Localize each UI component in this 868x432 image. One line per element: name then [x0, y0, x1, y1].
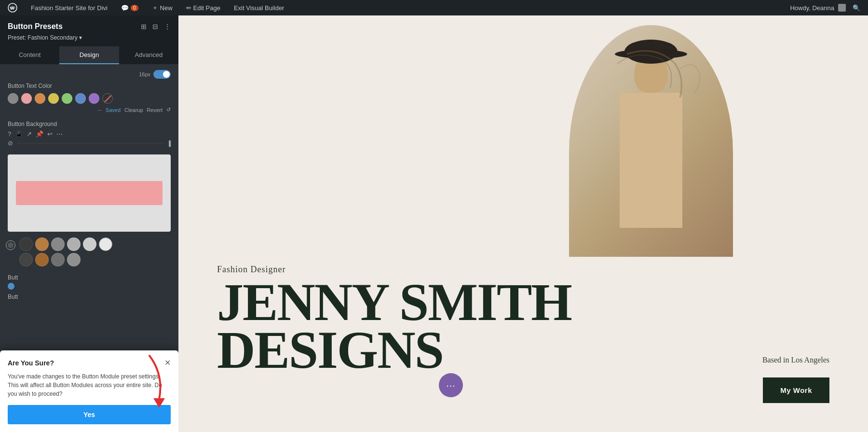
butt-row — [8, 283, 171, 290]
button-text-color-label: Button Text Color — [8, 83, 171, 89]
confirm-message: You've made changes to the Button Module… — [8, 372, 171, 398]
hair-svg — [598, 40, 704, 136]
right-content: Fashion Designer JENNY SMITH DESIGNS Bas… — [178, 15, 868, 432]
swatch-green[interactable] — [62, 93, 72, 104]
butt-label-1: Butt — [8, 274, 171, 281]
svg-text:W: W — [10, 6, 14, 11]
swatch-section-2 — [8, 237, 171, 266]
comments-item[interactable]: 💬 0 — [118, 0, 141, 15]
based-text: Based in Los Angeles — [762, 356, 829, 364]
button-labels-partial: Butt Butt — [8, 274, 171, 300]
confirm-dialog: Are You Sure? ✕ You've made changes to t… — [0, 350, 178, 432]
exit-builder-item[interactable]: Exit Visual Builder — [231, 0, 287, 15]
more-bg-icon[interactable]: ⋯ — [56, 130, 63, 138]
undo-icon[interactable]: ↩ — [47, 130, 53, 138]
edit-page-label: Edit Page — [193, 4, 220, 12]
mobile-icon[interactable]: 📱 — [15, 130, 23, 138]
main-layout: Button Presets ⊞ ⊟ ⋮ Preset: Fashion Sec… — [0, 15, 868, 432]
tab-content[interactable]: Content — [0, 46, 59, 64]
comment-icon: 💬 — [121, 4, 129, 12]
swatch-blue[interactable] — [75, 93, 86, 104]
confirm-yes-btn[interactable]: Yes — [8, 405, 171, 424]
admin-bar: W Fashion Starter Site for Divi 💬 0 ＋ Ne… — [0, 0, 868, 15]
bg-controls: ? 📱 ↗ 📌 ↩ ⋯ — [8, 130, 171, 138]
swatch-lighter1[interactable] — [83, 237, 96, 251]
history-reset-icon[interactable]: ↺ — [166, 107, 171, 113]
link-icon[interactable]: ↗ — [27, 130, 32, 138]
preset-subtitle[interactable]: Preset: Fashion Secondary ▾ — [8, 34, 82, 41]
toggle-pill[interactable] — [153, 70, 171, 79]
swatch-orange[interactable] — [35, 93, 45, 104]
preview-inner — [16, 181, 163, 205]
swatch-purple[interactable] — [89, 93, 99, 104]
panel-header-icons: ⊞ ⊟ ⋮ — [141, 23, 171, 30]
button-background-section: Button Background ? 📱 ↗ 📌 ↩ ⋯ ⊘ ▐ — [8, 121, 171, 147]
hero-name-line2: DESIGNS — [217, 326, 571, 374]
swatch-dark1[interactable] — [19, 237, 33, 251]
history-row: ··· Saved Clearup Revert ↺ — [8, 107, 171, 113]
tab-advanced[interactable]: Advanced — [119, 46, 178, 64]
transparent-row: ⊘ ▐ — [8, 139, 171, 147]
swatch-brown2[interactable] — [35, 253, 49, 266]
panel-header: Button Presets ⊞ ⊟ ⋮ Preset: Fashion Sec… — [0, 15, 178, 46]
more-options-icon[interactable]: ⋮ — [164, 23, 171, 30]
hero-text: Fashion Designer JENNY SMITH DESIGNS — [217, 265, 571, 374]
my-work-btn[interactable]: My Work — [763, 377, 829, 403]
comment-count: 0 — [131, 5, 138, 11]
butt-dot — [8, 283, 14, 290]
swatch-light1[interactable] — [67, 237, 81, 251]
confirm-title: Are You Sure? — [8, 359, 54, 367]
transparent-icon: ⊘ — [8, 139, 13, 147]
confirm-close-btn[interactable]: ✕ — [164, 358, 171, 367]
site-name-item[interactable]: Fashion Starter Site for Divi — [28, 0, 110, 15]
size-label: 16px — [139, 71, 150, 77]
revert-btn[interactable]: Revert — [147, 107, 163, 113]
expand-icon[interactable]: ⊞ — [141, 23, 147, 30]
new-label: New — [160, 4, 173, 12]
swatch-row-1 — [8, 237, 171, 251]
wp-logo-icon: W — [8, 3, 17, 13]
clearup-btn[interactable]: Clearup — [124, 107, 143, 113]
swatch-pink[interactable] — [21, 93, 32, 104]
swatch-custom-stroke[interactable] — [102, 93, 113, 104]
swatch-dark2[interactable] — [19, 253, 33, 266]
swatch-yellow[interactable] — [48, 93, 59, 104]
butt-label-2: Butt — [8, 293, 171, 300]
color-picker-right: ▐ — [167, 140, 171, 146]
new-content-item[interactable]: ＋ New — [149, 0, 176, 15]
swatch-white1[interactable] — [99, 237, 112, 251]
swatch-gray[interactable] — [8, 93, 18, 104]
panel-title: Button Presets — [8, 22, 63, 31]
arch-image — [569, 25, 733, 257]
toggle-row: 16px — [8, 70, 171, 79]
swatch-mid2[interactable] — [51, 253, 65, 266]
purple-dots-btn[interactable]: ··· — [439, 373, 463, 397]
panel-tabs: Content Design Advanced — [0, 46, 178, 64]
saved-label: Saved — [106, 107, 121, 113]
swatch-mid1[interactable] — [51, 237, 65, 251]
tab-advanced-label: Advanced — [135, 51, 163, 58]
button-text-color-section: Button Text Color ··· — [8, 83, 171, 113]
tab-design[interactable]: Design — [59, 46, 119, 64]
wp-logo-item[interactable]: W — [5, 0, 20, 15]
user-avatar[interactable] — [838, 4, 846, 12]
site-name-text: Fashion Starter Site for Divi — [31, 4, 108, 12]
layout-icon[interactable]: ⊟ — [152, 23, 158, 30]
search-icon[interactable]: 🔍 — [850, 4, 863, 12]
svg-line-2 — [104, 95, 112, 103]
color-swatches-row — [8, 93, 171, 104]
swatch-row-2 — [8, 253, 171, 266]
confirm-dialog-header: Are You Sure? ✕ — [8, 358, 171, 367]
swatch-light2[interactable] — [67, 253, 81, 266]
edit-page-item[interactable]: ✏ Edit Page — [183, 0, 223, 15]
swatch-brown1[interactable] — [35, 237, 49, 251]
tab-content-label: Content — [19, 51, 41, 58]
divider — [17, 143, 163, 143]
stroke-circle-icon — [6, 240, 15, 250]
question-icon[interactable]: ? — [8, 130, 11, 138]
pin-icon[interactable]: 📌 — [36, 130, 43, 138]
pencil-icon: ✏ — [186, 4, 191, 12]
hero-name: JENNY SMITH DESIGNS — [217, 279, 571, 374]
hero-name-line1: JENNY SMITH — [217, 279, 571, 326]
preview-box — [8, 154, 171, 232]
